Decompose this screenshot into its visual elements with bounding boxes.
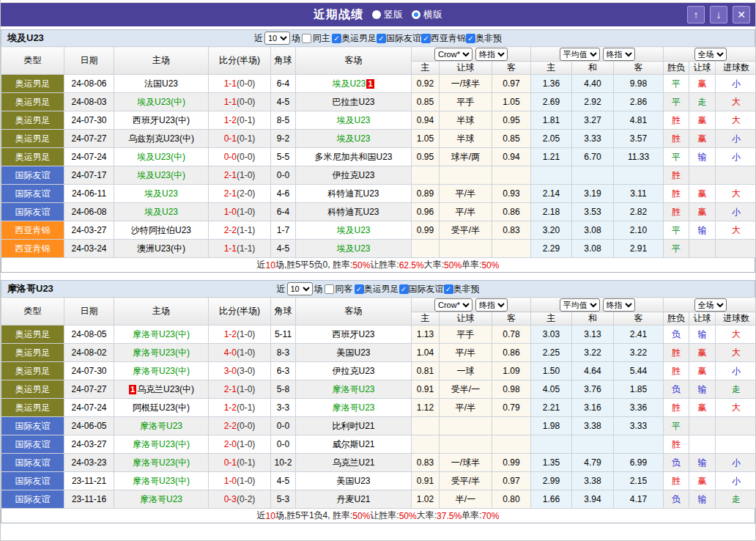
let-home-odds: 0.89: [412, 185, 440, 203]
league-cell: 奥运男足: [1, 399, 64, 417]
filter-controls: 近 10 场 同客 ✓奥运男足✓国际友谊✓奥非预: [276, 282, 481, 295]
league-checkbox[interactable]: ✓: [355, 284, 364, 294]
team-name: 摩洛哥U23: [7, 282, 53, 295]
match-row: 奥运男足24-07-30摩洛哥U23(中)3-0(3-0)6-3伊拉克U230.…: [1, 362, 756, 380]
let-result-cell: 输: [689, 325, 716, 344]
close-button[interactable]: ✕: [733, 6, 750, 23]
away-team-cell: 埃及U23: [296, 240, 412, 258]
league-checkbox[interactable]: ✓: [377, 34, 386, 43]
match-row: 奥运男足24-07-27乌兹别克U23(中)0-1(0-1)9-2埃及U231.…: [1, 130, 756, 148]
red-card-badge: 1: [129, 385, 136, 394]
result-cell: 平: [664, 240, 689, 258]
final-odds-select-2[interactable]: 终指: [603, 298, 635, 312]
col-goals: 进球数: [716, 62, 756, 75]
away-team-cell: 丹麦U21: [296, 490, 412, 509]
away-team-cell: 埃及U23: [296, 111, 412, 130]
full-match-select[interactable]: 全场: [694, 298, 727, 312]
recent-games-select[interactable]: 10: [264, 32, 290, 45]
let-line: 半/一: [440, 490, 492, 509]
date-cell: 24-08-06: [64, 75, 114, 93]
recent-games-select[interactable]: 10: [287, 282, 313, 295]
result-cell: 平: [664, 221, 689, 240]
layout-radio-group: 竖版 横版: [363, 8, 442, 21]
team-label: 乌兹别克U23(中): [128, 133, 194, 144]
team-label: 埃及U23: [336, 115, 370, 125]
summary-segment: 让胜率:: [370, 259, 399, 271]
date-cell: 24-03-27: [64, 221, 114, 240]
home-team-cell: 埃及U23(中): [114, 166, 209, 185]
col-home: 主场: [114, 47, 209, 75]
date-cell: 24-07-30: [64, 362, 114, 380]
let-away-odds: 0.97: [492, 472, 531, 490]
result-cell: 负: [664, 380, 689, 399]
average-select[interactable]: 平均值: [560, 48, 600, 61]
league-cell: 奥运男足: [1, 130, 64, 148]
league-cell: 国际友谊: [1, 185, 64, 203]
same-venue-checkbox[interactable]: [325, 284, 334, 294]
goals-cell: 小: [716, 472, 756, 490]
goals-cell: 小: [716, 454, 756, 472]
result-cell: 胜: [664, 185, 689, 203]
team-label: 埃及U23(中): [137, 97, 185, 107]
same-venue-checkbox[interactable]: [302, 34, 311, 43]
let-line: 平手: [440, 93, 492, 111]
league-checkbox-label: 奥非预: [453, 284, 480, 294]
home-team-cell: 1乌克兰U23(中): [114, 380, 209, 399]
match-row: 奥运男足24-07-24埃及U23(中)0-0(0-0)5-5多米尼加共和国U2…: [1, 148, 756, 166]
date-cell: 24-07-17: [64, 166, 114, 185]
bookmaker-select[interactable]: Crow*: [434, 48, 472, 61]
avg-home-odds: 1.50: [531, 362, 572, 380]
move-up-button[interactable]: ↑: [687, 6, 705, 23]
col-let-home: 主: [412, 62, 440, 75]
let-line: [440, 240, 492, 258]
match-row: 国际友谊23-11-21摩洛哥U23(中)1-0(1-0)4-5美国U230.9…: [1, 472, 756, 490]
result-cell: 胜: [664, 362, 689, 380]
league-cell: 奥运男足: [1, 148, 64, 166]
avg-home-odds: 3.03: [531, 325, 572, 344]
let-away-odds: 0.94: [492, 148, 531, 166]
bookmaker-select[interactable]: Crow*: [434, 298, 472, 312]
home-team-cell: 埃及U23: [114, 185, 209, 203]
avg-away-odds: 2.86: [614, 93, 664, 111]
let-home-odds: [412, 417, 440, 435]
away-team-cell: 科特迪瓦U23: [296, 203, 412, 221]
league-checkbox[interactable]: ✓: [466, 34, 475, 43]
summary-segment: 62.5%: [399, 260, 424, 270]
let-line: 半球: [440, 111, 492, 130]
result-cell: 平: [664, 417, 689, 435]
avg-home-odds: 1.98: [531, 417, 572, 435]
average-select[interactable]: 平均值: [560, 298, 600, 312]
goals-cell: 大: [716, 111, 756, 130]
final-odds-select[interactable]: 终指: [475, 48, 508, 61]
league-checkbox[interactable]: ✓: [399, 284, 409, 294]
date-cell: 24-08-05: [64, 325, 114, 344]
let-home-odds: 1.12: [412, 399, 440, 417]
full-match-select[interactable]: 全场: [694, 48, 727, 61]
league-checkbox[interactable]: ✓: [332, 34, 341, 43]
vertical-layout-radio[interactable]: [372, 10, 381, 19]
score-cell: 4-0(1-0): [209, 344, 271, 362]
team-label: 摩洛哥U23(中): [133, 366, 190, 376]
team-label: 摩洛哥U23: [332, 402, 374, 413]
league-checkbox[interactable]: ✓: [444, 284, 453, 294]
match-row: 国际友谊24-06-05摩洛哥U232-2(0-0)0-0比利时U211.983…: [1, 417, 756, 435]
league-checkbox-label: 西亚青锦: [431, 33, 466, 43]
score-cell: 1-1(0-0): [209, 75, 271, 93]
away-team-cell: 巴拉圭U23: [296, 93, 412, 111]
final-odds-select[interactable]: 终指: [475, 298, 508, 312]
away-team-cell: 摩洛哥U23: [296, 380, 412, 399]
summary-segment: 近: [257, 259, 266, 271]
move-down-button[interactable]: ↓: [710, 6, 727, 23]
final-odds-select-2[interactable]: 终指: [603, 48, 635, 61]
horizontal-layout-radio[interactable]: [412, 10, 420, 19]
score-cell: 2-1(1-0): [209, 166, 271, 185]
result-group: 全场: [664, 47, 756, 62]
league-checkbox[interactable]: ✓: [421, 34, 431, 43]
result-cell: 平: [664, 75, 689, 93]
league-cell: 国际友谊: [1, 417, 64, 435]
league-cell: 国际友谊: [1, 472, 64, 490]
home-team-cell: 埃及U23: [114, 203, 209, 221]
europe-odds-group: 平均值终指: [531, 298, 664, 312]
let-home-odds: 1.05: [412, 130, 440, 148]
corner-cell: 4-6: [271, 185, 296, 203]
